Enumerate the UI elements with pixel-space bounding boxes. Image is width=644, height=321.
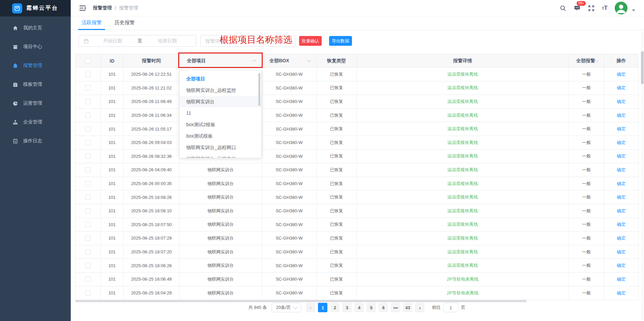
column-filter-box[interactable]: 全部BOX bbox=[262, 54, 317, 67]
start-date-placeholder[interactable]: 开始日期 bbox=[89, 38, 136, 44]
row-checkbox[interactable] bbox=[85, 126, 91, 132]
row-checkbox[interactable] bbox=[85, 208, 91, 214]
cell-detail-link[interactable]: 温湿度模块离线 bbox=[357, 245, 569, 259]
end-date-placeholder[interactable]: 结束日期 bbox=[144, 38, 191, 44]
row-checkbox[interactable] bbox=[85, 85, 91, 91]
dropdown-item[interactable]: box测试2模板 bbox=[180, 119, 261, 130]
pager-page-43[interactable]: 43 bbox=[403, 303, 412, 312]
cell-detail-link[interactable]: 温湿度模块离线 bbox=[357, 81, 569, 95]
pager-prev-button[interactable]: ‹ bbox=[306, 303, 315, 312]
confirm-link[interactable]: 确定 bbox=[604, 136, 638, 149]
cell-detail-link[interactable]: 温湿度模块离线 bbox=[357, 150, 569, 163]
fullscreen-icon[interactable] bbox=[588, 5, 595, 12]
pager-ellipsis[interactable]: ••• bbox=[391, 303, 400, 312]
cell-detail-link[interactable]: 2P导轨电表离线 bbox=[357, 286, 569, 300]
search-icon[interactable] bbox=[559, 5, 567, 12]
cell-detail-link[interactable]: 温湿度模块离线 bbox=[357, 204, 569, 218]
tab-active-alarms[interactable]: 活跃报警 bbox=[78, 16, 105, 30]
cell-detail-link[interactable]: 温湿度模块离线 bbox=[357, 177, 569, 190]
confirm-link[interactable]: 确定 bbox=[604, 122, 638, 136]
cell-detail-link[interactable]: 温湿度模块离线 bbox=[357, 109, 569, 122]
cell-detail-link[interactable]: 温湿度模块离线 bbox=[357, 218, 569, 231]
messages-icon[interactable]: 99+ bbox=[574, 5, 581, 12]
cell-detail-link[interactable]: 2P导轨电表离线 bbox=[357, 273, 569, 286]
date-range-picker[interactable]: 开始日期 至 结束日期 bbox=[78, 35, 196, 47]
confirm-link[interactable]: 确定 bbox=[604, 231, 638, 245]
row-checkbox[interactable] bbox=[85, 236, 91, 241]
dropdown-item[interactable]: 物联网实训台_远程监控 bbox=[180, 84, 261, 96]
row-checkbox[interactable] bbox=[85, 263, 91, 268]
sidebar-item-projects[interactable]: 项目中心 bbox=[0, 37, 71, 56]
confirm-link[interactable]: 确定 bbox=[604, 190, 638, 204]
goto-page-input[interactable] bbox=[443, 303, 458, 312]
select-all-checkbox[interactable] bbox=[85, 58, 91, 64]
row-checkbox[interactable] bbox=[85, 113, 91, 118]
confirm-link[interactable]: 确定 bbox=[604, 273, 638, 286]
vertical-scrollbar-thumb[interactable] bbox=[641, 51, 644, 84]
confirm-link[interactable]: 确定 bbox=[604, 259, 638, 272]
page-size-select[interactable]: 20条/页 bbox=[271, 303, 301, 312]
pager-page-6[interactable]: 6 bbox=[379, 303, 388, 312]
sidebar-item-logs[interactable]: 操作日志 bbox=[0, 132, 71, 150]
dropdown-item[interactable]: 全部项目 bbox=[180, 73, 261, 84]
column-filter-project[interactable]: 全部项目 bbox=[180, 54, 262, 67]
confirm-link[interactable]: 确定 bbox=[604, 95, 638, 108]
row-checkbox[interactable] bbox=[85, 277, 91, 282]
sidebar-item-home[interactable]: 我的主页 bbox=[0, 19, 71, 37]
tab-history-alarms[interactable]: 历史报警 bbox=[111, 16, 138, 30]
dropdown-scrollbar[interactable] bbox=[258, 73, 260, 106]
row-checkbox[interactable] bbox=[85, 167, 91, 173]
confirm-link[interactable]: 确定 bbox=[604, 245, 638, 259]
pager-page-1[interactable]: 1 bbox=[318, 303, 327, 312]
cell-detail-link[interactable]: 温湿度模块离线 bbox=[357, 190, 569, 204]
row-checkbox[interactable] bbox=[85, 249, 91, 255]
sidebar-item-enterprise[interactable]: 企业管理 bbox=[0, 113, 71, 132]
chevron-down-icon[interactable] bbox=[632, 9, 635, 11]
cell-detail-link[interactable]: 温湿度模块离线 bbox=[357, 122, 569, 136]
pager-page-4[interactable]: 4 bbox=[354, 303, 364, 312]
row-checkbox[interactable] bbox=[85, 290, 91, 296]
dropdown-item[interactable]: 物联网实训台 bbox=[180, 96, 261, 107]
row-checkbox[interactable] bbox=[85, 181, 91, 186]
row-checkbox[interactable] bbox=[85, 222, 91, 227]
row-checkbox[interactable] bbox=[85, 72, 91, 77]
dropdown-item[interactable]: 物联网实训台_远程网口 bbox=[180, 142, 261, 153]
batch-confirm-button[interactable]: 批量确认 bbox=[299, 36, 322, 46]
confirm-link[interactable]: 确定 bbox=[604, 204, 638, 218]
cell-detail-link[interactable]: 温湿度模块离线 bbox=[357, 95, 569, 108]
row-checkbox[interactable] bbox=[85, 153, 91, 159]
export-data-button[interactable]: 导出数据 bbox=[329, 36, 352, 46]
sidebar-item-operations[interactable]: 运营管理 bbox=[0, 94, 71, 113]
row-checkbox[interactable] bbox=[85, 99, 91, 104]
font-size-icon[interactable]: TT bbox=[602, 4, 608, 12]
pager-page-3[interactable]: 3 bbox=[342, 303, 352, 312]
confirm-link[interactable]: 确定 bbox=[604, 68, 638, 81]
dropdown-item[interactable]: box测试模板 bbox=[180, 130, 261, 142]
column-filter-level[interactable]: 全部报警 bbox=[569, 54, 604, 67]
avatar[interactable] bbox=[615, 2, 627, 14]
cell-detail-link[interactable]: 温湿度模块离线 bbox=[357, 231, 569, 245]
cell-detail-link[interactable]: 温湿度模块离线 bbox=[357, 259, 569, 272]
confirm-link[interactable]: 确定 bbox=[604, 81, 638, 95]
pager-page-5[interactable]: 5 bbox=[366, 303, 376, 312]
confirm-link[interactable]: 确定 bbox=[604, 286, 638, 300]
cell-detail-link[interactable]: 温湿度模块离线 bbox=[357, 68, 569, 81]
confirm-link[interactable]: 确定 bbox=[604, 150, 638, 163]
breadcrumb-item[interactable]: 报警管理 bbox=[93, 5, 112, 11]
pager-next-button[interactable]: › bbox=[415, 303, 424, 312]
confirm-link[interactable]: 确定 bbox=[604, 218, 638, 231]
pager-page-2[interactable]: 2 bbox=[330, 303, 340, 312]
sidebar-item-alarms[interactable]: 报警管理 bbox=[0, 56, 71, 75]
cell-detail-link[interactable]: 温湿度模块离线 bbox=[357, 136, 569, 149]
sidebar-item-templates[interactable]: 模板管理 bbox=[0, 75, 71, 94]
confirm-link[interactable]: 确定 bbox=[604, 109, 638, 122]
dropdown-item[interactable]: 11 bbox=[180, 107, 261, 119]
collapse-menu-icon[interactable] bbox=[79, 5, 86, 11]
horizontal-scrollbar-thumb[interactable] bbox=[75, 300, 526, 302]
confirm-link[interactable]: 确定 bbox=[604, 163, 638, 177]
dropdown-item[interactable]: 物联网实训台_远程串口 bbox=[180, 153, 261, 158]
row-checkbox[interactable] bbox=[85, 140, 91, 145]
row-checkbox[interactable] bbox=[85, 194, 91, 200]
cell-detail-link[interactable]: 温湿度模块离线 bbox=[357, 163, 569, 177]
confirm-link[interactable]: 确定 bbox=[604, 177, 638, 190]
